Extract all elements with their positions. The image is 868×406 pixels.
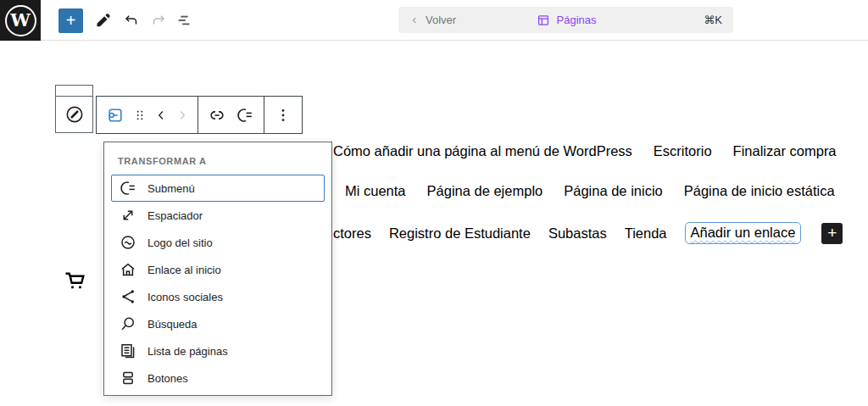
nav-item[interactable]: Página de ejemplo (427, 183, 543, 199)
edit-mode-button[interactable] (93, 10, 114, 31)
menu-item-submenu[interactable]: Submenú (111, 175, 325, 202)
shopping-cart-icon (60, 266, 89, 295)
list-view-button[interactable] (174, 10, 194, 31)
search-icon (118, 314, 138, 334)
menu-item-label: Espaciador (147, 209, 203, 222)
chevron-left-icon (409, 15, 420, 25)
menu-item-label: Botones (147, 372, 188, 385)
document-header-bar: Volver Páginas ⌘K (398, 7, 733, 33)
menu-item-label: Enlace al inicio (147, 264, 221, 276)
undo-button[interactable] (121, 10, 142, 31)
buttons-icon (118, 368, 138, 388)
menu-item-page-list[interactable]: Lista de páginas (111, 337, 325, 364)
page-list-icon (118, 341, 138, 361)
wordpress-logo[interactable]: W (0, 0, 41, 41)
submenu-icon (235, 105, 255, 125)
drag-handle[interactable] (131, 103, 149, 128)
transform-to-popover: TRANSFORMAR A Submenú Espaciador Lo (103, 142, 332, 396)
menu-item-label: Logo del sitio (147, 236, 213, 249)
link-icon (207, 105, 227, 125)
add-link-field[interactable]: Añadir un enlace (685, 222, 802, 244)
pages-template-icon (536, 13, 551, 28)
document-context-label[interactable]: Páginas (557, 14, 597, 26)
menu-item-site-logo[interactable]: Logo del sitio (111, 229, 325, 256)
menu-item-spacer[interactable]: Espaciador (111, 202, 325, 229)
undo-icon (122, 11, 141, 30)
menu-item-social-icons[interactable]: Iconos sociales (111, 283, 325, 310)
menu-item-label: Iconos sociales (147, 291, 223, 303)
nav-item[interactable]: Página de inicio estática (684, 183, 835, 199)
command-palette-shortcut[interactable]: ⌘K (704, 14, 722, 26)
custom-link-block-button[interactable] (103, 103, 128, 128)
move-left-button[interactable] (152, 103, 170, 128)
nav-item[interactable]: Página de inicio (564, 183, 663, 199)
submenu-icon (118, 178, 138, 198)
chevron-right-icon (175, 108, 190, 123)
editor-top-bar: W + (0, 0, 868, 41)
chevron-left-icon (153, 108, 169, 123)
nav-item[interactable]: Registro de Estudiante (389, 225, 531, 242)
menu-item-search[interactable]: Búsqueda (111, 310, 325, 337)
menu-item-label: Lista de páginas (147, 345, 228, 358)
link-button[interactable] (204, 103, 230, 128)
nav-item-truncated[interactable]: ctores (333, 225, 371, 242)
move-right-button[interactable] (173, 103, 192, 128)
nav-menu-row-1: Cómo añadir una página al menú de WordPr… (333, 143, 837, 159)
back-label: Volver (426, 14, 456, 26)
list-view-icon (175, 11, 193, 30)
nav-item[interactable]: Subastas (548, 225, 607, 242)
sibling-block-outline[interactable] (55, 85, 93, 133)
block-inserter-button[interactable]: + (58, 8, 83, 33)
add-link-placeholder: Añadir un enlace (691, 225, 796, 240)
nav-item[interactable]: Mi cuenta (345, 183, 406, 199)
nav-item[interactable]: Escritorio (654, 143, 712, 159)
wordpress-logo-icon: W (5, 5, 36, 36)
spacer-icon (118, 205, 138, 225)
menu-item-label: Búsqueda (147, 318, 198, 331)
add-block-button[interactable]: + (821, 223, 843, 244)
submenu-button[interactable] (232, 103, 258, 128)
custom-link-block-icon (105, 105, 125, 125)
menu-item-buttons[interactable]: Botones (111, 364, 325, 392)
popover-header: TRANSFORMAR A (111, 149, 325, 175)
redo-button[interactable] (148, 10, 169, 31)
circle-slash-icon (64, 103, 86, 125)
nav-item[interactable]: Tienda (625, 225, 667, 242)
nav-menu-row-2: Mi cuenta Página de ejemplo Página de in… (345, 183, 835, 199)
home-icon (118, 259, 138, 280)
nav-item[interactable]: Finalizar compra (733, 143, 837, 159)
site-logo-icon (118, 232, 138, 253)
block-top-strip (56, 86, 92, 97)
redo-icon (149, 11, 168, 30)
kebab-menu-icon (273, 105, 293, 125)
pencil-icon (94, 11, 113, 30)
block-toolbar (96, 96, 303, 134)
drag-handle-icon (131, 107, 148, 124)
nav-menu-row-3: ctores Registro de Estudiante Subastas T… (333, 220, 843, 246)
menu-item-home-link[interactable]: Enlace al inicio (111, 256, 325, 283)
back-button[interactable]: Volver (409, 14, 456, 26)
mini-cart-block[interactable] (60, 266, 89, 295)
nav-item[interactable]: Cómo añadir una página al menú de WordPr… (333, 143, 632, 159)
share-icon (118, 286, 138, 307)
menu-item-label: Submenú (147, 182, 195, 195)
options-button[interactable] (270, 103, 296, 128)
